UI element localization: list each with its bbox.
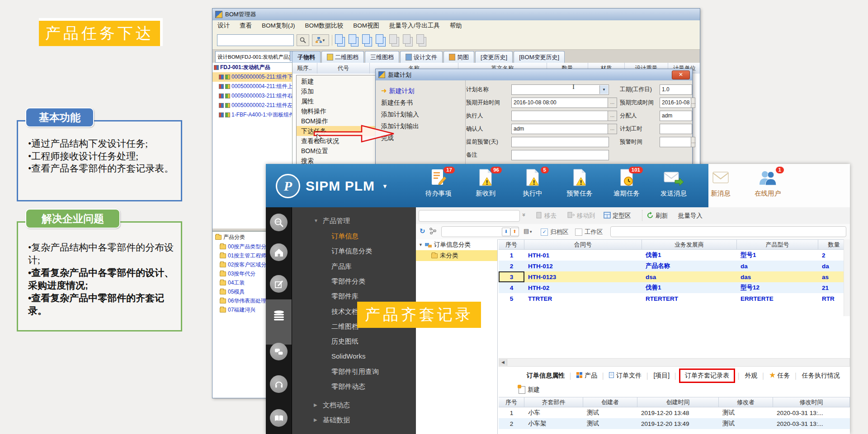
plm-brand[interactable]: P SIPM PLM ▼ (276, 174, 388, 198)
menu-group-product-management[interactable]: ▼产品管理 (292, 215, 416, 227)
bom-menu-item[interactable]: 查看 (235, 22, 257, 30)
scroll-left-icon[interactable]: ◀ (499, 359, 507, 366)
dialog-field-input[interactable]: ▼ (511, 84, 609, 95)
tree-expand-icon[interactable]: ▼ (419, 243, 423, 247)
detail-tab-[项目][interactable]: [项目] (649, 372, 674, 380)
kit-column-齐套部件[interactable]: 齐套部件 (524, 397, 583, 407)
dialog-field-input[interactable]: 2016-10-08 08:00 (511, 98, 609, 108)
menu-item-产品库[interactable]: 产品库 (292, 261, 416, 272)
bom-menu-item[interactable]: BOM视图 (348, 22, 384, 30)
browse-button[interactable]: … (608, 98, 617, 108)
bom-menu-item[interactable]: 批量导入/导出工具 (384, 22, 445, 30)
content-search-input[interactable] (419, 210, 520, 222)
toolbar-button-定型区[interactable]: 定型区 (604, 210, 631, 221)
browse-button[interactable]: … (608, 124, 617, 134)
orders-column-合同号[interactable]: 合同号 (524, 239, 642, 250)
refresh-tree-icon[interactable]: ↻ (420, 227, 425, 235)
toolbar-button-批量导入[interactable]: 批量导入 (678, 210, 703, 221)
sidebar-sipm-search-icon[interactable]: SIPM (270, 214, 288, 231)
arrow-up-button[interactable]: ⬆ (510, 228, 519, 236)
bom-structure-button[interactable]: ▼ (312, 34, 329, 46)
sidebar-database-icon[interactable] (270, 308, 288, 325)
orders-table-row[interactable]: 2HTH-012产品名称dada (499, 261, 850, 271)
bom-tree-item[interactable]: 1-FBF-A400-1:中面板组件 (212, 110, 292, 120)
dialog-field-input[interactable]: 1.0 (660, 84, 692, 95)
new-record-button[interactable]: 新建 (519, 386, 540, 394)
doc-copy-icon[interactable] (376, 34, 386, 46)
bom-title-bar[interactable]: BOM管理器 (212, 9, 700, 20)
kit-column-创建者[interactable]: 创建者 (583, 397, 637, 407)
dialog-field-input[interactable] (660, 137, 692, 147)
dialog-field-input[interactable]: 2016-10-08 17:00 (660, 98, 692, 108)
bom-menu-item[interactable]: BOM复制(J) (257, 22, 300, 30)
header-shortcut-逾期任务[interactable]: 逾期任务101 (603, 167, 650, 198)
header-shortcut-发送消息[interactable]: 发送消息 (650, 167, 697, 198)
dialog-field-input[interactable]: adm (511, 124, 609, 134)
bom-tab-5[interactable]: 简图 (443, 51, 474, 63)
header-shortcut-在线用户[interactable]: 在线用户1 (744, 167, 791, 198)
sidebar-home-icon[interactable] (270, 243, 288, 261)
toolbar-button-刷新[interactable]: 刷新 (646, 210, 668, 221)
menu-item-SolidWorks[interactable]: SolidWorks (292, 350, 416, 362)
context-menu-item-属性[interactable]: 属性 (297, 96, 382, 106)
header-shortcut-执行中[interactable]: 执行中5 (509, 167, 556, 198)
bom-tab-1[interactable]: 子物料 (292, 51, 321, 63)
kit-column-序号[interactable]: 序号 (499, 397, 524, 407)
kit-table-row[interactable]: 2小车架测试2019-12-20 13:49测试2020-03-31 13:..… (499, 418, 850, 429)
orders-table-row[interactable]: 4HTH-02伐善1型号1221 (499, 282, 850, 293)
menu-item-零部件引用查询[interactable]: 零部件引用查询 (292, 366, 416, 378)
sidebar-book-icon[interactable] (270, 409, 288, 427)
dialog-nav-item[interactable]: 新建任务书 (381, 97, 465, 108)
bom-grid-column[interactable]: 顺序.. (292, 63, 317, 74)
sidebar-chat-icon[interactable] (270, 343, 288, 360)
kit-table-row[interactable]: 1小车测试2019-12-20 13:48测试2020-03-31 13:... (499, 407, 850, 418)
bom-menu-item[interactable]: 帮助 (445, 22, 467, 30)
menu-item-零部件动态[interactable]: 零部件动态 (292, 381, 416, 392)
doc-copy-icon[interactable] (362, 34, 372, 46)
bom-tree-item[interactable]: 00050000003-211:组件右侧 (212, 91, 292, 101)
archive-area-checkbox[interactable]: ✓ 归档区 (541, 228, 569, 236)
context-menu-item-添加[interactable]: 添加▸ (297, 86, 382, 96)
menu-group-文档动态[interactable]: ▶文档动态 (292, 399, 416, 411)
dialog-field-input[interactable]: adm (660, 111, 692, 121)
detail-tab-订单齐套记录表[interactable]: 订单齐套记录表 (679, 369, 735, 383)
context-menu-item-新建[interactable]: 新建▸ (297, 76, 382, 86)
chevron-down-icon[interactable]: ▼ (599, 85, 608, 94)
orders-column-业务发展商[interactable]: 业务发展商 (642, 239, 737, 250)
sidebar-headset-icon[interactable] (270, 375, 288, 393)
bom-find-button[interactable] (297, 34, 309, 46)
kit-column-修改者[interactable]: 修改者 (719, 397, 773, 407)
dialog-field-input[interactable] (660, 124, 692, 134)
browse-button[interactable]: … (691, 137, 695, 147)
dialog-nav-item[interactable]: 添加计划输入 (381, 108, 465, 120)
dialog-nav-item[interactable]: ➜新建计划 (381, 85, 465, 97)
detail-tab-订单信息属性[interactable]: 订单信息属性 (523, 372, 569, 380)
header-shortcut-预警任务[interactable]: 预警任务 (556, 167, 603, 198)
bom-tree-root[interactable]: FDJ-001:发动机产品 (212, 63, 292, 72)
table-filter-input[interactable] (610, 226, 846, 237)
menu-group-基础数据[interactable]: ▶基础数据 (292, 414, 416, 426)
dialog-title-bar[interactable]: 新建计划 (376, 69, 692, 80)
orders-column-产品型号[interactable]: 产品型号 (737, 239, 818, 250)
header-shortcut-新收到[interactable]: 新收到96 (462, 167, 509, 198)
orders-column-序号[interactable]: 序号 (499, 239, 524, 250)
detail-tab-任务[interactable]: 任务 (765, 372, 794, 380)
dialog-field-input[interactable] (511, 150, 609, 160)
arrow-down-button[interactable]: ⬇ (502, 228, 510, 236)
bom-menu-item[interactable]: BOM数据比较 (300, 22, 349, 30)
bom-search-input[interactable] (217, 34, 294, 46)
detail-tab-任务执行情况[interactable]: 任务执行情况 (798, 372, 844, 380)
bom-tree-item[interactable]: 00050000002-211:组件左侧 (212, 101, 292, 110)
menu-item-历史图纸[interactable]: 历史图纸 (292, 336, 416, 347)
detail-tab-外观[interactable]: 外观 (741, 372, 761, 380)
kit-column-创建时间[interactable]: 创建时间 (637, 397, 719, 407)
bom-tab-3[interactable]: 三维图档 (365, 51, 399, 63)
orders-table-row[interactable]: 5TTRTERRTERTERTERRTERTERTR (499, 293, 850, 304)
doc-copy-icon[interactable] (335, 34, 345, 46)
context-menu-item-物料操作[interactable]: 物料操作▸ (297, 106, 382, 116)
horizontal-scrollbar[interactable]: ◀ (499, 358, 850, 367)
list-view-button[interactable]: ▤▼ (524, 228, 533, 234)
browse-button[interactable]: … (608, 111, 617, 121)
bom-menu-item[interactable]: 设计 (212, 22, 235, 30)
dialog-field-input[interactable] (511, 137, 609, 147)
